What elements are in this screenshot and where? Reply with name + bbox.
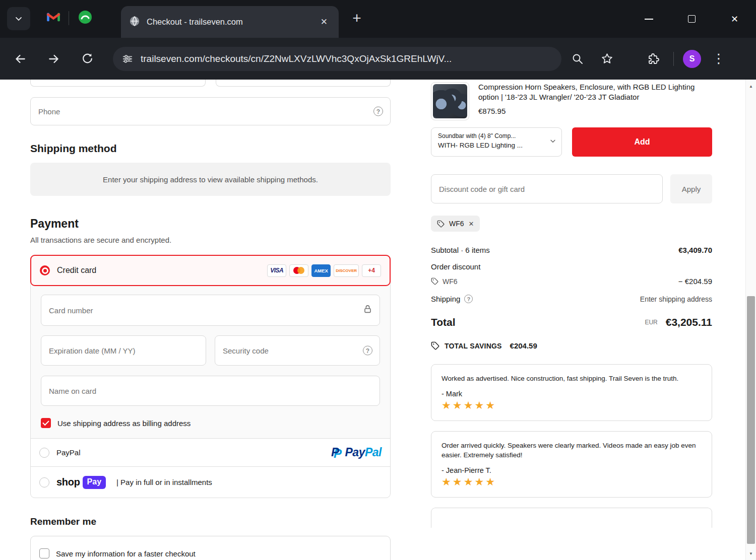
credit-card-option[interactable]: Credit card VISA AMEX DISCOVER +4 bbox=[30, 255, 391, 286]
product-thumbnail bbox=[431, 82, 469, 120]
shipping-method-heading: Shipping method bbox=[30, 143, 391, 155]
order-summary-column: Compression Horn Speakers, Enclosure, wi… bbox=[431, 80, 712, 560]
reload-button[interactable] bbox=[76, 47, 99, 71]
paypal-label: PayPal bbox=[56, 448, 81, 457]
review-stars: ★★★★★ bbox=[442, 399, 702, 411]
billing-address-label: Use shipping address as billing address bbox=[57, 419, 191, 428]
last-name-field-partial[interactable] bbox=[216, 80, 391, 87]
visa-badge-icon: VISA bbox=[267, 264, 286, 277]
review-author: - Jean-Pierre T. bbox=[442, 466, 702, 474]
window-close-button[interactable]: ✕ bbox=[713, 0, 756, 38]
phone-input[interactable] bbox=[30, 97, 391, 125]
payment-secure-note: All transactions are secure and encrypte… bbox=[30, 236, 391, 244]
variant-select[interactable]: Soundbar with (4) 8" Comp... WITH- RGB L… bbox=[431, 127, 562, 157]
discount-amount: − €204.59 bbox=[678, 277, 712, 286]
scroll-up-arrow[interactable]: ▲ bbox=[746, 81, 756, 92]
variant-line2: WITH- RGB LED Lighting ... bbox=[438, 142, 545, 149]
shipping-help-icon[interactable]: ? bbox=[464, 295, 473, 303]
add-button[interactable]: Add bbox=[572, 127, 712, 157]
shipping-label: Shipping bbox=[431, 295, 460, 303]
bookmark-star-icon[interactable] bbox=[596, 48, 618, 70]
lock-icon bbox=[363, 305, 372, 316]
total-value: €3,205.11 bbox=[666, 316, 712, 328]
security-code-input[interactable] bbox=[215, 335, 380, 366]
review-author: - Mark bbox=[442, 390, 702, 398]
green-favicon-icon[interactable] bbox=[77, 9, 93, 27]
credit-card-label: Credit card bbox=[57, 266, 96, 275]
credit-card-form: ? Use shipping address as billing addres… bbox=[31, 286, 390, 438]
review-text: Order arrived quickly. Speakers were cle… bbox=[442, 441, 702, 460]
back-arrow-icon bbox=[14, 52, 27, 65]
name-on-card-input[interactable] bbox=[41, 376, 380, 406]
shipping-method-notice: Enter your shipping address to view avai… bbox=[30, 163, 391, 196]
discount-code-input[interactable] bbox=[431, 174, 663, 203]
mastercard-badge-icon bbox=[289, 264, 308, 277]
window-maximize-button[interactable] bbox=[670, 0, 713, 38]
paypal-mark-icon: PP bbox=[330, 445, 345, 461]
remember-me-heading: Remember me bbox=[30, 516, 391, 527]
tab-close-icon[interactable]: ✕ bbox=[318, 16, 331, 28]
checkout-page: ? Shipping method Enter your shipping ad… bbox=[0, 80, 756, 560]
review-card-partial bbox=[431, 508, 712, 528]
site-settings-icon[interactable] bbox=[122, 53, 133, 64]
url-text[interactable]: trailseven.com/checkouts/cn/Z2NwLXVzLWVh… bbox=[141, 53, 452, 64]
product-price: €875.95 bbox=[478, 107, 712, 115]
browser-menu-icon[interactable]: ⋮ bbox=[712, 51, 725, 66]
forward-button[interactable] bbox=[42, 47, 66, 71]
name-on-card-wrapper bbox=[41, 376, 380, 406]
expiration-wrapper bbox=[41, 335, 206, 366]
first-name-field-partial[interactable] bbox=[30, 80, 206, 87]
billing-address-checkbox[interactable] bbox=[41, 418, 51, 428]
apply-button[interactable]: Apply bbox=[670, 174, 712, 203]
paypal-radio[interactable] bbox=[39, 448, 49, 458]
remove-discount-icon[interactable]: ✕ bbox=[469, 220, 474, 228]
scroll-down-arrow[interactable]: ▼ bbox=[746, 548, 756, 559]
shop-pay-radio[interactable] bbox=[39, 477, 49, 487]
shop-pay-label: | Pay in full or in installments bbox=[116, 478, 212, 486]
shop-pay-option[interactable]: shop Pay | Pay in full or in installment… bbox=[31, 466, 390, 498]
svg-text:P: P bbox=[331, 445, 340, 459]
discover-badge-icon: DISCOVER bbox=[334, 264, 359, 277]
billing-address-checkbox-row[interactable]: Use shipping address as billing address bbox=[41, 418, 380, 428]
variant-add-row: Soundbar with (4) 8" Comp... WITH- RGB L… bbox=[431, 127, 712, 157]
credit-card-radio[interactable] bbox=[40, 265, 50, 275]
minimize-icon bbox=[645, 19, 653, 20]
address-bar[interactable]: trailseven.com/checkouts/cn/Z2NwLXVzLWVh… bbox=[113, 47, 561, 71]
search-icon[interactable] bbox=[566, 48, 589, 70]
profile-avatar[interactable]: S bbox=[683, 50, 701, 68]
remember-me-box[interactable]: Save my information for a faster checkou… bbox=[30, 536, 391, 560]
browser-tab[interactable]: Checkout - trailseven.com ✕ bbox=[121, 6, 339, 38]
chevron-down-icon bbox=[14, 14, 24, 24]
security-code-help-icon[interactable]: ? bbox=[363, 346, 372, 356]
total-label: Total bbox=[431, 316, 456, 328]
tab-search-button[interactable] bbox=[7, 7, 30, 30]
new-tab-button[interactable]: + bbox=[348, 9, 366, 27]
checkout-form-column: ? Shipping method Enter your shipping ad… bbox=[0, 80, 421, 560]
review-stars: ★★★★★ bbox=[442, 476, 702, 488]
window-minimize-button[interactable] bbox=[627, 0, 670, 38]
extensions-icon[interactable] bbox=[642, 48, 664, 70]
security-code-wrapper: ? bbox=[215, 335, 380, 366]
card-number-input[interactable] bbox=[41, 295, 380, 326]
back-button[interactable] bbox=[9, 47, 32, 71]
gmail-icon[interactable] bbox=[46, 12, 60, 25]
phone-help-icon[interactable]: ? bbox=[373, 107, 383, 116]
total-savings-label: TOTAL SAVINGS bbox=[445, 342, 502, 350]
save-info-checkbox[interactable] bbox=[39, 548, 49, 558]
payment-methods-box: Credit card VISA AMEX DISCOVER +4 bbox=[30, 255, 391, 498]
review-text: Worked as advertised. Nice construction,… bbox=[442, 374, 702, 383]
browser-toolbar: trailseven.com/checkouts/cn/Z2NwLXVzLWVh… bbox=[0, 38, 756, 80]
speaker-image bbox=[433, 84, 467, 118]
amex-badge-icon: AMEX bbox=[311, 264, 331, 277]
save-info-label: Save my information for a faster checkou… bbox=[56, 549, 196, 558]
paypal-option[interactable]: PayPal PP PayPal bbox=[31, 438, 390, 466]
reload-icon bbox=[81, 52, 94, 65]
scrollbar-thumb[interactable] bbox=[747, 296, 755, 544]
tab-favicon-icon bbox=[129, 16, 140, 29]
card-number-wrapper bbox=[41, 295, 380, 326]
page-scrollbar[interactable]: ▲ ▼ bbox=[745, 80, 756, 560]
expiration-input[interactable] bbox=[41, 335, 206, 366]
shop-pay-logo: shop Pay bbox=[56, 476, 106, 489]
maximize-icon bbox=[688, 15, 696, 23]
subtotal-value: €3,409.70 bbox=[678, 246, 712, 254]
